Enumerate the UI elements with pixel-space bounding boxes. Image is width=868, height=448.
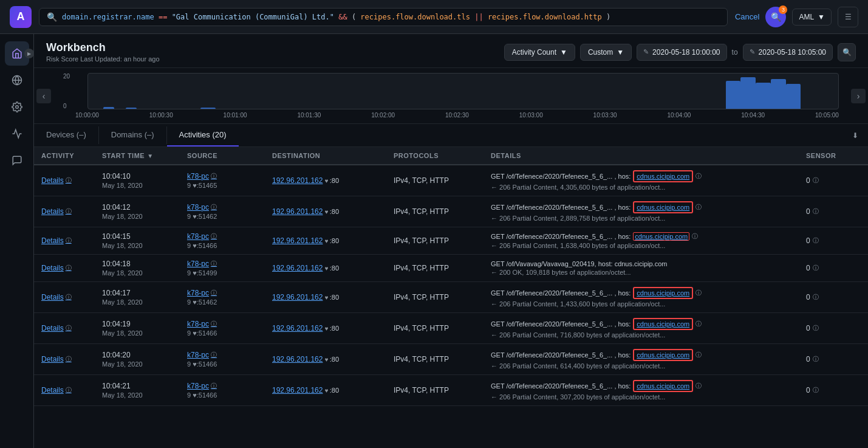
chevron-down-icon: ▼: [617, 48, 624, 57]
heart-icon: ♥: [325, 208, 329, 215]
tab-domains[interactable]: Domains (–): [99, 124, 166, 146]
source-cell: k78-pc ⓘ 9 ♥:51466: [187, 232, 272, 249]
details-link[interactable]: Details ⓘ: [41, 264, 72, 272]
info-icon: ⓘ: [66, 386, 72, 395]
col-source: Source: [187, 152, 272, 159]
sidebar-item-settings[interactable]: [5, 95, 29, 119]
info-icon: ⓘ: [813, 386, 819, 395]
bookmark-icon: ☰: [845, 13, 852, 21]
dest-cell: 192.96.201.162 ♥:80: [272, 355, 394, 364]
timeline-nav-right-button[interactable]: ›: [851, 89, 866, 103]
col-start-time[interactable]: Start Time ▼: [102, 152, 187, 159]
dest-link[interactable]: 192.96.201.162: [272, 324, 323, 333]
tab-devices[interactable]: Devices (–): [34, 124, 98, 146]
download-button[interactable]: ⬇: [842, 124, 868, 146]
source-link[interactable]: k78-pc ⓘ: [187, 260, 217, 268]
dest-cell: 192.96.201.162 ♥:80: [272, 236, 394, 245]
sensor-cell: 0 ⓘ: [806, 324, 861, 333]
timeline-search-button[interactable]: 🔍: [838, 43, 856, 61]
cancel-button[interactable]: Cancel: [735, 12, 759, 21]
search-button[interactable]: 🔍 3: [765, 7, 786, 27]
cdnus-link[interactable]: cdnus.cicipip.com: [633, 380, 693, 392]
download-icon: ⬇: [852, 131, 858, 140]
cdnus-link[interactable]: cdnus.cicipip.com: [633, 170, 693, 182]
cdnus-link[interactable]: cdnus.cicipip.com: [633, 232, 689, 241]
dest-link[interactable]: 192.96.201.162: [272, 386, 323, 395]
tab-activities[interactable]: Activities (20): [167, 124, 239, 146]
chart-bar: [103, 107, 115, 109]
date-from-input[interactable]: ✎ 2020-05-18 10:00:00: [637, 44, 726, 61]
dest-cell: 192.96.201.162 ♥:80: [272, 324, 394, 333]
dest-link[interactable]: 192.96.201.162: [272, 293, 323, 302]
dest-cell: 192.96.201.162 ♥:80: [272, 264, 394, 272]
dest-cell: 192.96.201.162 ♥:80: [272, 207, 394, 216]
sidebar-item-messages[interactable]: [5, 148, 29, 173]
details-link[interactable]: Details ⓘ: [41, 324, 72, 333]
details-link[interactable]: Details ⓘ: [41, 386, 72, 395]
sensor-cell: 0 ⓘ: [806, 355, 861, 364]
sidebar-item-home[interactable]: ▶: [5, 41, 29, 66]
info-icon: ⓘ: [66, 355, 72, 364]
source-link[interactable]: k78-pc ⓘ: [187, 382, 217, 390]
query-text: domain.registrar.name == "Gal Communicat…: [62, 13, 720, 21]
details-link[interactable]: Details ⓘ: [41, 293, 72, 302]
details-link[interactable]: Details ⓘ: [41, 176, 72, 185]
info-icon: ⓘ: [695, 351, 702, 359]
cdnus-link[interactable]: cdnus.cicipip.com: [633, 287, 693, 299]
notification-badge: 3: [779, 5, 787, 14]
main-content: Workbench Risk Score Last Updated: an ho…: [34, 34, 868, 448]
info-icon: ⓘ: [66, 207, 72, 216]
dest-link[interactable]: 192.96.201.162: [272, 207, 323, 216]
chevron-down-icon: ▼: [560, 48, 567, 57]
source-link[interactable]: k78-pc ⓘ: [187, 351, 217, 359]
y-mid-label: 0: [63, 103, 75, 109]
aml-dropdown[interactable]: AML ▼: [792, 9, 832, 26]
date-to-input[interactable]: ✎ 2020-05-18 10:05:00: [743, 44, 833, 61]
dest-link[interactable]: 192.96.201.162: [272, 176, 323, 185]
chart-bar: [756, 83, 771, 109]
dest-link[interactable]: 192.96.201.162: [272, 355, 323, 364]
cdnus-link[interactable]: cdnus.cicipip.com: [633, 318, 693, 330]
info-icon: ⓘ: [211, 320, 217, 328]
bookmark-button[interactable]: ☰: [838, 7, 858, 27]
start-time-cell: 10:04:12 May 18, 2020: [102, 203, 187, 220]
table-row: Details ⓘ 10:04:12 May 18, 2020 k78-pc ⓘ…: [34, 196, 868, 227]
info-icon: ⓘ: [66, 264, 72, 272]
details-link[interactable]: Details ⓘ: [41, 207, 72, 216]
col-protocols: Protocols: [394, 152, 491, 159]
timeline-nav-left-button[interactable]: ‹: [36, 89, 51, 103]
sensor-cell: 0 ⓘ: [806, 264, 861, 272]
source-link[interactable]: k78-pc ⓘ: [187, 289, 217, 297]
table-row: Details ⓘ 10:04:21 May 18, 2020 k78-pc ⓘ…: [34, 375, 868, 406]
info-icon: ⓘ: [813, 176, 819, 185]
activities-table-container: Activity Start Time ▼ Source Destination…: [34, 147, 868, 448]
dest-link[interactable]: 192.96.201.162: [272, 236, 323, 245]
start-time-cell: 10:04:20 May 18, 2020: [102, 351, 187, 368]
query-bar[interactable]: 🔍 domain.registrar.name == "Gal Communic…: [39, 8, 728, 26]
cdnus-link[interactable]: cdnus.cicipip.com: [633, 349, 693, 361]
dest-link[interactable]: 192.96.201.162: [272, 264, 323, 272]
heart-icon: ♥: [325, 177, 329, 184]
chart-bar: [126, 108, 137, 109]
source-link[interactable]: k78-pc ⓘ: [187, 172, 217, 181]
details-cell: GET /of/Tefenece/2020/Tefenece_5_6_... ,…: [491, 349, 806, 370]
pencil-icon: ✎: [750, 48, 755, 56]
details-link[interactable]: Details ⓘ: [41, 355, 72, 364]
source-link[interactable]: k78-pc ⓘ: [187, 232, 217, 241]
source-link[interactable]: k78-pc ⓘ: [187, 203, 217, 212]
start-time-cell: 10:04:10 May 18, 2020: [102, 172, 187, 189]
details-cell: GET /of/Tefenece/2020/Tefenece_5_6_... ,…: [491, 287, 806, 308]
source-link[interactable]: k78-pc ⓘ: [187, 320, 217, 328]
info-icon: ⓘ: [695, 320, 702, 328]
info-icon: ⓘ: [813, 207, 819, 216]
cdnus-link[interactable]: cdnus.cicipip.com: [633, 201, 693, 213]
timeline-x-labels: 10:00:00 10:00:30 10:01:00 10:01:30 10:0…: [75, 112, 839, 119]
details-link[interactable]: Details ⓘ: [41, 236, 72, 245]
activity-count-button[interactable]: Activity Count ▼: [504, 44, 575, 61]
sidebar-item-activity[interactable]: [5, 122, 29, 146]
sidebar-item-circle[interactable]: [5, 68, 29, 92]
info-icon: ⓘ: [695, 203, 702, 212]
source-cell: k78-pc ⓘ 9 ♥:51499: [187, 260, 272, 277]
custom-dropdown-button[interactable]: Custom ▼: [580, 44, 632, 61]
chart-bar: [726, 81, 741, 109]
